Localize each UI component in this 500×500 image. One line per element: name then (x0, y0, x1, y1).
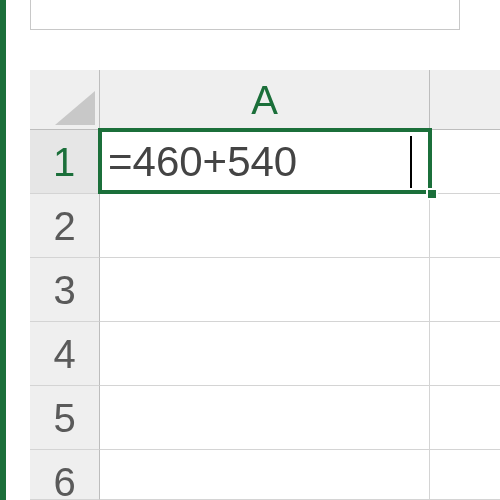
cell-B4[interactable] (430, 322, 500, 386)
cell-B1[interactable] (430, 130, 500, 194)
cell-B6[interactable] (430, 450, 500, 500)
select-all-triangle-icon (55, 91, 95, 125)
column-header-A[interactable]: A (100, 70, 430, 130)
row-header-3[interactable]: 3 (30, 258, 100, 322)
app-accent-stripe (0, 0, 6, 500)
row-header-5[interactable]: 5 (30, 386, 100, 450)
cell-A3[interactable] (100, 258, 430, 322)
cell-B3[interactable] (430, 258, 500, 322)
fill-handle[interactable] (426, 188, 438, 200)
active-cell-content[interactable]: =460+540 (108, 138, 297, 186)
text-caret (410, 136, 412, 188)
row-header-4[interactable]: 4 (30, 322, 100, 386)
cell-A6[interactable] (100, 450, 430, 500)
cell-A2[interactable] (100, 194, 430, 258)
row-header-1[interactable]: 1 (30, 130, 100, 194)
cell-B2[interactable] (430, 194, 500, 258)
cell-B5[interactable] (430, 386, 500, 450)
cell-A5[interactable] (100, 386, 430, 450)
cell-A4[interactable] (100, 322, 430, 386)
select-all-corner[interactable] (30, 70, 100, 130)
formula-bar[interactable] (30, 0, 460, 30)
row-header-2[interactable]: 2 (30, 194, 100, 258)
column-header-next[interactable] (430, 70, 500, 130)
row-header-6[interactable]: 6 (30, 450, 100, 500)
